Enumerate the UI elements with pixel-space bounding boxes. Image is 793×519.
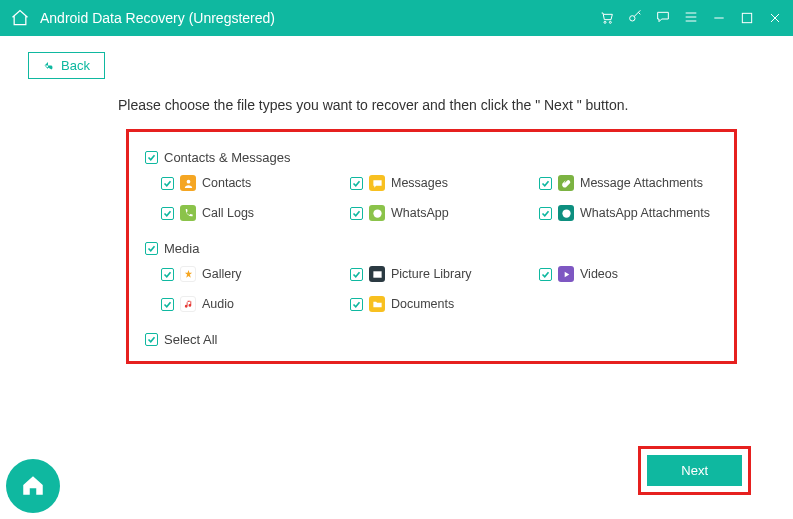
item-label: Message Attachments [580,176,703,190]
item-message-attachments[interactable]: Message Attachments [539,175,718,191]
menu-icon[interactable] [683,9,699,28]
app-title: Android Data Recovery (Unregstered) [40,10,599,26]
group-label: Media [164,241,199,256]
svg-rect-3 [742,13,751,22]
select-all-label: Select All [164,332,217,347]
call-logs-icon [180,205,196,221]
messages-icon [369,175,385,191]
checkbox[interactable] [539,207,552,220]
item-call-logs[interactable]: Call Logs [161,205,340,221]
item-audio[interactable]: Audio [161,296,340,312]
wa-attach-icon [558,205,574,221]
checkbox[interactable] [539,268,552,281]
select-all-row[interactable]: Select All [145,332,718,347]
item-picture-library[interactable]: Picture Library [350,266,529,282]
next-label: Next [681,463,708,478]
checkbox[interactable] [161,207,174,220]
item-label: WhatsApp [391,206,449,220]
item-label: Videos [580,267,618,281]
group-header-contacts[interactable]: Contacts & Messages [145,150,718,165]
item-documents[interactable]: Documents [350,296,529,312]
svg-point-2 [630,15,635,20]
checkbox-media-group[interactable] [145,242,158,255]
svg-point-4 [186,179,190,183]
item-videos[interactable]: Videos [539,266,718,282]
item-label: Call Logs [202,206,254,220]
home-fab[interactable] [6,459,60,513]
close-button[interactable] [767,10,783,26]
content-area: Back Please choose the file types you wa… [0,36,793,519]
item-messages[interactable]: Messages [350,175,529,191]
item-whatsapp[interactable]: WhatsApp [350,205,529,221]
svg-point-1 [609,21,611,23]
contacts-icon [180,175,196,191]
gallery-icon [180,266,196,282]
back-button[interactable]: Back [28,52,105,79]
instruction-text: Please choose the file types you want to… [118,97,765,113]
checkbox[interactable] [161,298,174,311]
item-label: Audio [202,297,234,311]
item-label: Gallery [202,267,242,281]
home-fab-icon [20,473,46,499]
checkbox[interactable] [350,298,363,311]
next-button[interactable]: Next [647,455,742,486]
item-gallery[interactable]: Gallery [161,266,340,282]
contacts-items: Contacts Messages Message Attachments Ca… [145,175,718,221]
item-contacts[interactable]: Contacts [161,175,340,191]
checkbox[interactable] [539,177,552,190]
videos-icon [558,266,574,282]
checkbox-select-all[interactable] [145,333,158,346]
checkbox[interactable] [161,268,174,281]
checkbox[interactable] [161,177,174,190]
media-items: Gallery Picture Library Videos Audio Doc [145,266,718,312]
group-label: Contacts & Messages [164,150,290,165]
next-highlight-box: Next [638,446,751,495]
svg-point-6 [562,209,570,217]
chat-icon[interactable] [655,9,671,28]
whatsapp-icon [369,205,385,221]
picture-icon [369,266,385,282]
item-label: Contacts [202,176,251,190]
back-arrow-icon [43,60,55,72]
home-icon[interactable] [10,8,30,28]
checkbox[interactable] [350,207,363,220]
titlebar: Android Data Recovery (Unregstered) [0,0,793,36]
item-label: WhatsApp Attachments [580,206,710,220]
titlebar-actions [599,9,783,28]
audio-icon [180,296,196,312]
cart-icon[interactable] [599,9,615,28]
minimize-button[interactable] [711,10,727,26]
key-icon[interactable] [627,9,643,28]
maximize-button[interactable] [739,10,755,26]
msg-attach-icon [558,175,574,191]
item-whatsapp-attachments[interactable]: WhatsApp Attachments [539,205,718,221]
checkbox[interactable] [350,268,363,281]
documents-icon [369,296,385,312]
svg-point-5 [373,209,381,217]
item-label: Messages [391,176,448,190]
checkbox-contacts-group[interactable] [145,151,158,164]
group-header-media[interactable]: Media [145,241,718,256]
item-label: Picture Library [391,267,472,281]
item-label: Documents [391,297,454,311]
checkbox[interactable] [350,177,363,190]
svg-point-0 [604,21,606,23]
back-label: Back [61,58,90,73]
file-type-selection-box: Contacts & Messages Contacts Messages Me… [126,129,737,364]
